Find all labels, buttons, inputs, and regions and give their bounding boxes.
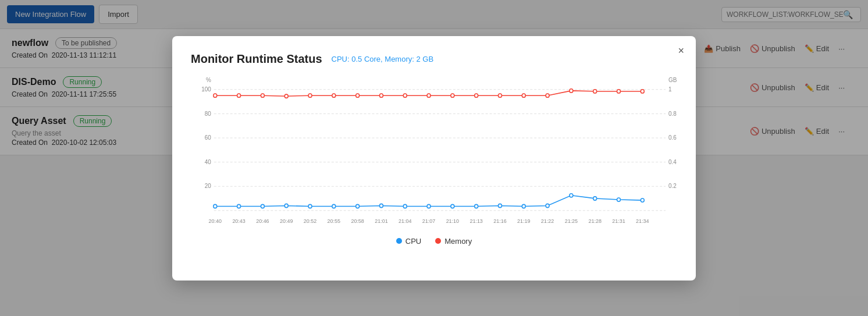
svg-point-68 — [498, 204, 501, 207]
svg-point-53 — [593, 89, 597, 93]
svg-point-41 — [308, 94, 312, 97]
close-button[interactable]: × — [678, 45, 684, 56]
modal-header: Monitor Runtime Status CPU: 0.5 Core, Me… — [191, 52, 677, 66]
svg-point-37 — [214, 94, 217, 97]
svg-point-73 — [617, 197, 620, 201]
svg-point-48 — [475, 94, 478, 97]
svg-point-65 — [427, 204, 431, 208]
svg-text:21:28: 21:28 — [588, 218, 601, 223]
svg-text:1: 1 — [668, 86, 672, 92]
svg-point-46 — [427, 94, 431, 97]
svg-text:21:10: 21:10 — [446, 218, 459, 223]
svg-point-42 — [332, 94, 336, 97]
svg-point-69 — [522, 204, 525, 208]
modal-overlay: Monitor Runtime Status CPU: 0.5 Core, Me… — [0, 0, 868, 316]
svg-point-63 — [379, 204, 383, 207]
svg-point-39 — [261, 94, 264, 97]
svg-text:20:52: 20:52 — [304, 218, 316, 223]
svg-point-56 — [214, 204, 217, 208]
legend-cpu: CPU — [396, 237, 421, 246]
svg-point-49 — [498, 94, 501, 97]
svg-point-54 — [617, 89, 620, 93]
svg-text:0.6: 0.6 — [668, 134, 677, 140]
svg-text:20:40: 20:40 — [209, 218, 222, 223]
svg-point-66 — [451, 204, 454, 208]
svg-point-38 — [237, 94, 241, 97]
svg-text:21:31: 21:31 — [612, 218, 625, 223]
svg-point-72 — [593, 196, 597, 200]
svg-text:80: 80 — [205, 110, 211, 116]
svg-point-58 — [261, 204, 264, 208]
svg-point-51 — [546, 94, 549, 97]
svg-text:20:43: 20:43 — [232, 218, 245, 223]
svg-point-43 — [356, 94, 360, 97]
svg-text:21:19: 21:19 — [517, 218, 530, 223]
chart-legend: CPU Memory — [191, 237, 677, 246]
modal-subtitle: CPU: 0.5 Core, Memory: 2 GB — [332, 55, 434, 63]
svg-text:21:01: 21:01 — [375, 218, 387, 223]
svg-text:20:55: 20:55 — [328, 218, 340, 223]
chart-svg: % 100 80 60 40 20 GB 1 0.8 0.6 0.4 0.2 2… — [191, 77, 677, 229]
memory-label: Memory — [444, 237, 472, 246]
svg-point-64 — [403, 204, 407, 208]
chart-container: % 100 80 60 40 20 GB 1 0.8 0.6 0.4 0.2 2… — [191, 77, 677, 246]
svg-point-61 — [332, 204, 336, 208]
svg-text:20:49: 20:49 — [280, 218, 293, 223]
svg-text:21:16: 21:16 — [493, 218, 506, 223]
svg-point-40 — [284, 94, 288, 98]
modal: Monitor Runtime Status CPU: 0.5 Core, Me… — [172, 36, 696, 281]
svg-text:21:34: 21:34 — [636, 218, 649, 223]
svg-text:0.8: 0.8 — [668, 110, 677, 116]
svg-point-62 — [356, 204, 360, 208]
svg-point-55 — [641, 89, 644, 93]
svg-text:20:58: 20:58 — [351, 218, 364, 223]
svg-text:20: 20 — [205, 183, 211, 189]
svg-point-71 — [570, 193, 573, 197]
svg-point-45 — [403, 94, 407, 97]
cpu-label: CPU — [405, 237, 421, 246]
svg-text:21:07: 21:07 — [422, 218, 435, 223]
svg-text:40: 40 — [205, 158, 211, 165]
svg-point-47 — [451, 94, 454, 97]
memory-dot — [435, 238, 441, 244]
svg-text:21:25: 21:25 — [565, 218, 578, 223]
svg-text:100: 100 — [201, 86, 211, 92]
svg-point-70 — [546, 204, 549, 207]
cpu-dot — [396, 238, 402, 244]
svg-point-50 — [522, 94, 525, 97]
svg-point-57 — [237, 204, 241, 208]
modal-title: Monitor Runtime Status — [191, 52, 322, 66]
svg-text:21:04: 21:04 — [399, 218, 411, 223]
svg-text:%: % — [206, 77, 211, 83]
svg-point-52 — [570, 88, 573, 92]
svg-text:21:13: 21:13 — [469, 218, 482, 223]
svg-point-67 — [475, 204, 478, 208]
svg-text:21:22: 21:22 — [541, 218, 554, 223]
svg-point-59 — [284, 204, 288, 207]
svg-point-74 — [641, 198, 644, 202]
svg-text:0.4: 0.4 — [668, 158, 677, 165]
svg-text:60: 60 — [205, 134, 211, 140]
legend-memory: Memory — [435, 237, 472, 246]
svg-point-60 — [308, 204, 312, 208]
svg-point-44 — [379, 94, 383, 97]
svg-text:0.2: 0.2 — [668, 183, 677, 189]
svg-text:20:46: 20:46 — [256, 218, 269, 223]
svg-text:GB: GB — [668, 77, 677, 83]
